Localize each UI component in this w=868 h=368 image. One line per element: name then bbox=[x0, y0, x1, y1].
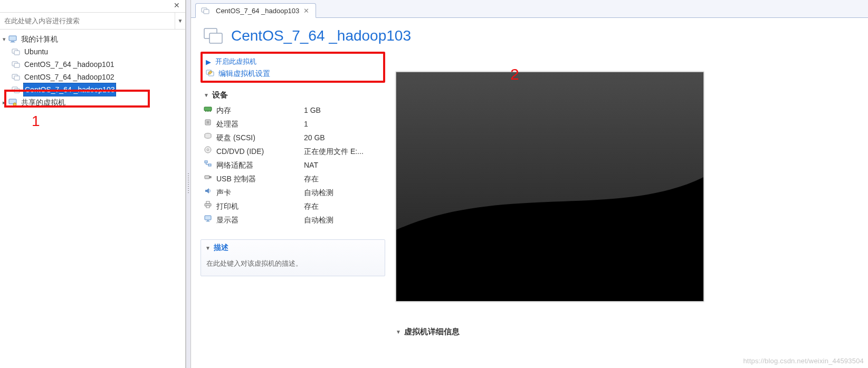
device-row-cpu[interactable]: 处理器 1 bbox=[201, 117, 385, 131]
tree-item-hadoop103[interactable]: CentOS_7_64 _hadoop103 bbox=[0, 83, 185, 96]
svg-rect-6 bbox=[14, 63, 20, 67]
preview-panel: ▼ 虚拟机详细信息 bbox=[396, 51, 859, 337]
device-label: 显示器 bbox=[216, 213, 239, 227]
search-input[interactable] bbox=[0, 17, 175, 25]
play-icon: ▶ bbox=[206, 58, 211, 66]
device-row-cddvd[interactable]: CD/DVD (IDE) 正在使用文件 E:... bbox=[201, 144, 385, 158]
device-value: 自动检测 bbox=[304, 186, 382, 199]
description-placeholder[interactable]: 在此处键入对该虚拟机的描述。 bbox=[201, 256, 385, 276]
start-vm-link[interactable]: ▶ 开启此虚拟机 bbox=[203, 56, 383, 66]
device-row-usb[interactable]: USB 控制器 存在 bbox=[201, 172, 385, 186]
splitter[interactable] bbox=[186, 0, 191, 368]
usb-icon bbox=[204, 172, 212, 186]
device-value: 自动检测 bbox=[304, 213, 382, 227]
page-title: CentOS_7_64 _hadoop103 bbox=[231, 27, 411, 44]
cd-icon bbox=[204, 144, 212, 158]
chevron-down-icon: ▼ bbox=[396, 329, 401, 335]
tree-root-shared-vms[interactable]: ▸ 共享的虚拟机 bbox=[0, 96, 185, 109]
sound-icon bbox=[204, 186, 212, 199]
svg-rect-19 bbox=[204, 107, 212, 111]
tree-label: CentOS_7_64 _hadoop103 bbox=[23, 83, 116, 96]
device-row-memory[interactable]: 内存 1 GB bbox=[201, 103, 385, 117]
svg-rect-37 bbox=[207, 220, 209, 221]
devices-list: 内存 1 GB 处理器 1 硬盘 (SCSI bbox=[201, 103, 385, 227]
svg-rect-31 bbox=[205, 176, 209, 179]
device-label: 处理器 bbox=[216, 117, 239, 131]
annotation-box-2: ▶ 开启此虚拟机 编辑虚拟机设置 bbox=[201, 52, 385, 83]
svg-rect-22 bbox=[208, 111, 209, 112]
svg-rect-4 bbox=[14, 51, 20, 55]
computer-icon bbox=[8, 35, 17, 43]
svg-point-12 bbox=[13, 103, 16, 106]
vm-large-icon bbox=[203, 25, 224, 46]
edit-vm-label: 编辑虚拟机设置 bbox=[218, 69, 270, 79]
device-value: 存在 bbox=[304, 199, 382, 213]
svg-rect-36 bbox=[205, 216, 211, 220]
tree-root-my-computer[interactable]: ▾ 我的计算机 bbox=[0, 33, 185, 45]
memory-icon bbox=[204, 103, 212, 117]
device-label: USB 控制器 bbox=[216, 172, 256, 186]
device-label: CD/DVD (IDE) bbox=[216, 144, 264, 158]
device-label: 硬盘 (SCSI) bbox=[216, 131, 255, 144]
device-row-sound[interactable]: 声卡 自动检测 bbox=[201, 186, 385, 199]
device-row-network[interactable]: 网络适配器 NAT bbox=[201, 158, 385, 172]
tab-close-icon[interactable]: ✕ bbox=[302, 7, 310, 15]
vm-screen-preview[interactable] bbox=[396, 72, 704, 302]
device-row-disk[interactable]: 硬盘 (SCSI) 20 GB bbox=[201, 131, 385, 144]
description-panel: ▼ 描述 在此处键入对该虚拟机的描述。 bbox=[201, 239, 385, 276]
sidebar-header: ✕ bbox=[0, 0, 185, 13]
display-icon bbox=[204, 213, 212, 227]
device-row-display[interactable]: 显示器 自动检测 bbox=[201, 213, 385, 227]
expander-icon[interactable]: ▾ bbox=[1, 33, 7, 45]
vm-icon bbox=[12, 85, 20, 94]
device-row-printer[interactable]: 打印机 存在 bbox=[201, 199, 385, 213]
svg-rect-16 bbox=[209, 33, 222, 43]
description-title: 描述 bbox=[214, 243, 228, 253]
vm-icon bbox=[12, 73, 20, 81]
chevron-down-icon: ▼ bbox=[205, 245, 211, 251]
chevron-down-icon: ▼ bbox=[178, 18, 183, 24]
svg-point-28 bbox=[207, 149, 209, 151]
description-header[interactable]: ▼ 描述 bbox=[201, 240, 385, 256]
edit-vm-settings-link[interactable]: 编辑虚拟机设置 bbox=[203, 66, 383, 81]
tab-hadoop103[interactable]: CentOS_7_64 _hadoop103 ✕ bbox=[195, 3, 316, 18]
sidebar: ✕ ▼ ▾ 我的计算机 Ubuntu bbox=[0, 0, 186, 368]
vm-tree: ▾ 我的计算机 Ubuntu CentOS_7_64 _hadoop101 bbox=[0, 30, 185, 112]
start-vm-label: 开启此虚拟机 bbox=[215, 57, 256, 66]
device-label: 声卡 bbox=[216, 186, 231, 199]
tab-strip: CentOS_7_64 _hadoop103 ✕ bbox=[191, 0, 868, 18]
search-bar: ▼ bbox=[0, 13, 185, 30]
tree-item-hadoop101[interactable]: CentOS_7_64 _hadoop101 bbox=[0, 58, 185, 71]
device-label: 网络适配器 bbox=[216, 158, 253, 172]
device-value: 1 bbox=[304, 117, 382, 131]
svg-rect-23 bbox=[210, 111, 211, 112]
svg-rect-14 bbox=[204, 9, 209, 14]
svg-rect-38 bbox=[206, 221, 210, 222]
grip-icon bbox=[188, 173, 189, 195]
tree-label: Ubuntu bbox=[23, 45, 49, 58]
tree-label: CentOS_7_64 _hadoop101 bbox=[23, 58, 115, 71]
devices-title: 设备 bbox=[212, 90, 228, 100]
svg-rect-0 bbox=[9, 36, 16, 41]
search-dropdown-button[interactable]: ▼ bbox=[175, 13, 185, 29]
vm-icon bbox=[201, 6, 209, 15]
tree-label: 共享的虚拟机 bbox=[20, 96, 66, 109]
vm-icon bbox=[12, 60, 20, 69]
summary-panel: ▶ 开启此虚拟机 编辑虚拟机设置 ▼ 设备 bbox=[201, 51, 385, 337]
svg-rect-20 bbox=[205, 111, 206, 112]
network-icon bbox=[204, 158, 212, 172]
devices-section-header[interactable]: ▼ 设备 bbox=[201, 85, 385, 103]
device-value: NAT bbox=[304, 158, 382, 172]
tree-item-hadoop102[interactable]: CentOS_7_64 _hadoop102 bbox=[0, 71, 185, 83]
svg-rect-21 bbox=[207, 111, 208, 112]
device-value: 20 GB bbox=[304, 131, 382, 144]
preview-image bbox=[396, 72, 703, 302]
main-panel: CentOS_7_64 _hadoop103 ✕ CentOS_7_64 _ha… bbox=[191, 0, 868, 368]
svg-rect-1 bbox=[11, 41, 14, 42]
close-icon[interactable]: ✕ bbox=[171, 1, 182, 9]
vm-icon bbox=[12, 47, 20, 56]
vm-details-header[interactable]: ▼ 虚拟机详细信息 bbox=[396, 327, 859, 337]
expander-icon[interactable]: ▸ bbox=[1, 96, 7, 109]
svg-rect-34 bbox=[206, 201, 209, 204]
tree-item-ubuntu[interactable]: Ubuntu bbox=[0, 45, 185, 58]
